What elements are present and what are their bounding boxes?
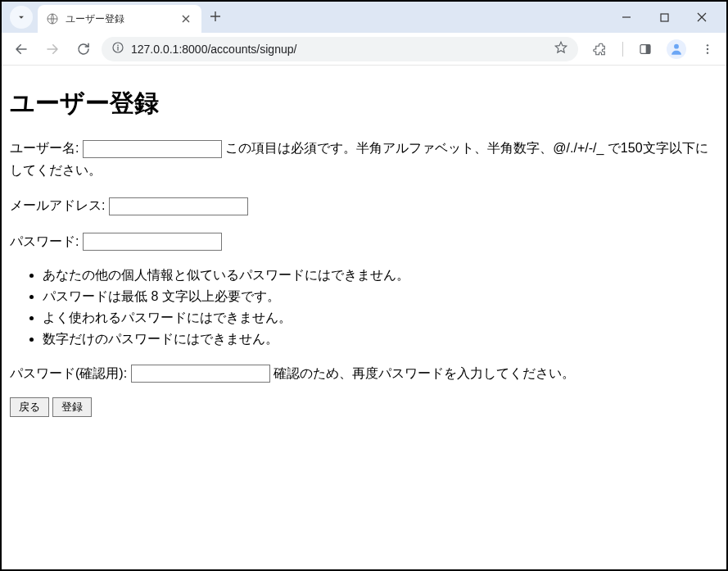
password-confirm-row: パスワード(確認用): 確認のため、再度パスワードを入力してください。 <box>10 362 718 384</box>
chevron-down-icon <box>16 11 27 23</box>
username-label: ユーザー名: <box>10 141 79 155</box>
minimize-icon <box>622 12 631 22</box>
password-hint: 数字だけのパスワードにはできません。 <box>43 329 718 349</box>
window-titlebar: ユーザー登録 <box>2 2 726 33</box>
svg-rect-5 <box>646 44 650 53</box>
panel-icon <box>639 43 652 56</box>
browser-tab[interactable]: ユーザー登録 <box>38 5 201 33</box>
password-confirm-label: パスワード(確認用): <box>10 366 127 380</box>
profile-button[interactable] <box>664 37 689 61</box>
tab-title: ユーザー登録 <box>66 12 172 26</box>
close-icon <box>697 12 707 22</box>
arrow-right-icon <box>45 42 60 57</box>
kebab-icon <box>701 43 714 56</box>
site-info-icon[interactable] <box>111 41 124 57</box>
password-confirm-help: 確認のため、再度パスワードを入力してください。 <box>274 366 575 380</box>
username-input[interactable] <box>83 140 222 158</box>
button-row: 戻る 登録 <box>10 397 718 417</box>
username-row: ユーザー名: この項目は必須です。半角アルファベット、半角数字、@/./+/-/… <box>10 137 718 181</box>
reload-button[interactable] <box>70 36 97 62</box>
toolbar-right <box>583 37 720 61</box>
extensions-button[interactable] <box>588 37 613 61</box>
svg-point-7 <box>707 44 708 46</box>
page-heading: ユーザー登録 <box>10 87 718 120</box>
email-label: メールアドレス: <box>10 198 105 212</box>
email-row: メールアドレス: <box>10 194 718 216</box>
back-button-form[interactable]: 戻る <box>10 397 49 417</box>
back-button[interactable] <box>8 36 34 62</box>
svg-point-8 <box>707 48 708 49</box>
arrow-left-icon <box>14 42 29 57</box>
titlebar-left: ユーザー登録 <box>5 2 229 33</box>
minimize-button[interactable] <box>615 6 638 29</box>
password-input[interactable] <box>83 233 222 251</box>
window-controls <box>615 6 723 29</box>
svg-point-3 <box>117 44 119 46</box>
submit-button[interactable]: 登録 <box>52 397 92 417</box>
toolbar-separator <box>622 42 623 57</box>
maximize-icon <box>660 13 669 22</box>
close-window-button[interactable] <box>690 6 713 29</box>
url-text: 127.0.0.1:8000/accounts/signup/ <box>131 43 547 56</box>
menu-button[interactable] <box>695 37 720 61</box>
url-bar[interactable]: 127.0.0.1:8000/accounts/signup/ <box>102 37 578 61</box>
reload-icon <box>76 42 91 57</box>
forward-button[interactable] <box>39 36 66 62</box>
plus-icon <box>210 11 221 22</box>
avatar-icon <box>667 39 686 59</box>
email-input[interactable] <box>109 197 248 215</box>
password-hint: パスワードは最低 8 文字以上必要です。 <box>43 287 718 306</box>
puzzle-icon <box>593 42 608 57</box>
star-icon <box>554 40 568 55</box>
tab-search-button[interactable] <box>10 6 33 29</box>
side-panel-button[interactable] <box>633 37 658 61</box>
new-tab-button[interactable] <box>201 9 229 26</box>
globe-icon <box>46 12 59 25</box>
password-hint: あなたの他の個人情報と似ているパスワードにはできません。 <box>43 265 718 285</box>
maximize-button[interactable] <box>653 6 676 29</box>
address-bar: 127.0.0.1:8000/accounts/signup/ <box>2 33 726 66</box>
password-hints: あなたの他の個人情報と似ているパスワードにはできません。 パスワードは最低 8 … <box>10 265 718 349</box>
password-row: パスワード: <box>10 230 718 252</box>
bookmark-button[interactable] <box>554 40 568 58</box>
password-label: パスワード: <box>10 234 79 248</box>
page-content: ユーザー登録 ユーザー名: この項目は必須です。半角アルファベット、半角数字、@… <box>2 66 726 424</box>
svg-point-9 <box>707 52 708 53</box>
tab-close-button[interactable] <box>179 12 193 25</box>
close-icon <box>182 15 190 23</box>
svg-point-6 <box>674 43 679 48</box>
password-confirm-input[interactable] <box>131 365 270 383</box>
svg-rect-1 <box>661 14 668 21</box>
password-hint: よく使われるパスワードにはできません。 <box>43 308 718 328</box>
